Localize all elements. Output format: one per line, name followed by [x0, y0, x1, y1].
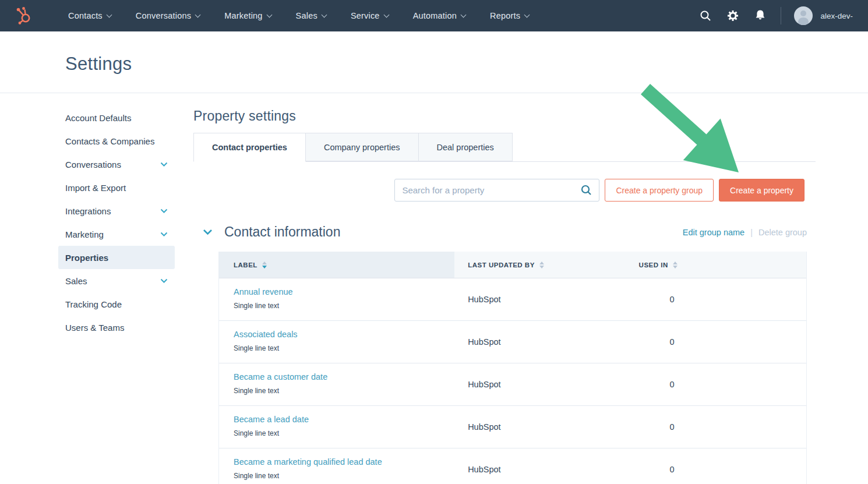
edit-group-name-link[interactable]: Edit group name [683, 228, 744, 237]
nav-item-label: Sales [296, 11, 317, 20]
username[interactable]: alex-dev- [820, 12, 853, 20]
chevron-down-icon [266, 12, 272, 18]
last-updated-by-cell: HubSpot [454, 321, 629, 363]
used-in-cell: 0 [629, 363, 806, 405]
nav-utilities: alex-dev- [684, 6, 868, 25]
main-content: Property settings Contact properties Com… [193, 93, 816, 484]
last-updated-by-cell: HubSpot [454, 406, 629, 448]
nav-item-label: Service [351, 11, 380, 20]
chevron-down-icon [461, 12, 467, 18]
table-header-row: LABEL LAST UPDATED BY USED IN [219, 252, 806, 278]
property-type: Single line text [234, 429, 454, 437]
chevron-down-icon[interactable] [203, 229, 213, 235]
nav-item-automation[interactable]: Automation [401, 0, 478, 31]
nav-item-sales[interactable]: Sales [284, 0, 338, 31]
chevron-down-icon [383, 12, 389, 18]
column-header-text: USED IN [639, 262, 668, 269]
property-label-cell: Became a lead date Single line text [219, 406, 454, 448]
table-row: Annual revenue Single line text HubSpot … [219, 278, 806, 321]
nav-divider [781, 7, 781, 24]
sidebar-item-contacts-companies[interactable]: Contacts & Companies [58, 129, 175, 153]
property-type: Single line text [234, 472, 454, 480]
nav-item-label: Reports [490, 11, 520, 20]
nav-item-label: Conversations [136, 11, 191, 20]
sidebar-item-integrations[interactable]: Integrations [58, 199, 175, 222]
group-header: Contact information Edit group name | De… [193, 224, 816, 240]
sidebar-item-marketing[interactable]: Marketing [58, 222, 175, 246]
sidebar-item-properties[interactable]: Properties [58, 246, 175, 269]
tab-contact-properties[interactable]: Contact properties [193, 133, 306, 162]
property-label-cell: Became a marketing qualified lead date S… [219, 448, 454, 484]
chevron-down-icon [160, 232, 168, 237]
table-row: Became a marketing qualified lead date S… [219, 448, 806, 484]
chevron-down-icon [160, 278, 168, 284]
settings-gear-icon[interactable] [726, 9, 739, 22]
sort-icon [539, 262, 544, 269]
hubspot-logo-icon[interactable] [15, 6, 33, 25]
chevron-down-icon [195, 12, 201, 18]
group-actions: Edit group name | Delete group [683, 228, 807, 237]
sidebar-item-label: Account Defaults [65, 113, 131, 123]
create-property-group-button[interactable]: Create a property group [605, 179, 714, 202]
used-in-cell: 0 [629, 321, 806, 363]
column-header-last-updated-by[interactable]: LAST UPDATED BY [454, 252, 629, 278]
property-link[interactable]: Annual revenue [234, 287, 293, 296]
table-row: Associated deals Single line text HubSpo… [219, 321, 806, 363]
sort-icon [673, 262, 678, 269]
search-icon[interactable] [581, 185, 592, 196]
sidebar-item-label: Sales [65, 276, 87, 286]
user-avatar[interactable] [794, 6, 813, 25]
primary-nav-menu: Contacts Conversations Marketing Sales S… [56, 0, 541, 31]
column-header-text: LAST UPDATED BY [468, 262, 535, 269]
column-header-text: LABEL [234, 262, 257, 269]
nav-item-reports[interactable]: Reports [478, 0, 541, 31]
property-link[interactable]: Became a lead date [234, 415, 309, 424]
group-title: Contact information [224, 224, 340, 240]
delete-group-link[interactable]: Delete group [758, 228, 807, 237]
nav-item-marketing[interactable]: Marketing [212, 0, 283, 31]
used-in-cell: 0 [629, 278, 806, 320]
property-search [394, 179, 599, 202]
chevron-down-icon [106, 12, 112, 18]
chevron-down-icon [160, 162, 168, 167]
nav-item-conversations[interactable]: Conversations [124, 0, 212, 31]
property-link[interactable]: Became a customer date [234, 372, 327, 381]
nav-item-service[interactable]: Service [338, 0, 401, 31]
create-property-button[interactable]: Create a property [719, 179, 805, 202]
used-in-cell: 0 [629, 406, 806, 448]
property-link[interactable]: Became a marketing qualified lead date [234, 457, 382, 467]
nav-item-label: Contacts [68, 11, 103, 20]
tab-deal-properties[interactable]: Deal properties [418, 133, 513, 161]
sidebar-item-label: Users & Teams [65, 323, 124, 333]
page-title: Settings [0, 31, 868, 75]
properties-table: LABEL LAST UPDATED BY USED IN Annual rev… [218, 252, 807, 484]
search-input[interactable] [402, 185, 581, 195]
properties-toolbar: Create a property group Create a propert… [193, 179, 805, 202]
settings-sidebar: Account Defaults Contacts & Companies Co… [58, 106, 175, 339]
sidebar-item-users-teams[interactable]: Users & Teams [58, 316, 175, 339]
used-in-cell: 0 [629, 448, 806, 484]
sidebar-item-conversations[interactable]: Conversations [58, 153, 175, 176]
sidebar-item-label: Contacts & Companies [65, 136, 154, 146]
sort-icon [262, 262, 267, 269]
sidebar-item-account-defaults[interactable]: Account Defaults [58, 106, 175, 129]
table-row: Became a customer date Single line text … [219, 363, 806, 406]
column-header-label[interactable]: LABEL [219, 252, 454, 278]
tab-company-properties[interactable]: Company properties [305, 133, 419, 161]
sidebar-item-label: Import & Export [65, 183, 126, 193]
last-updated-by-cell: HubSpot [454, 363, 629, 405]
property-label-cell: Annual revenue Single line text [219, 278, 454, 320]
sidebar-item-label: Properties [65, 253, 108, 263]
nav-item-contacts[interactable]: Contacts [56, 0, 124, 31]
sidebar-item-label: Tracking Code [65, 299, 122, 309]
sidebar-item-sales[interactable]: Sales [58, 269, 175, 292]
sidebar-item-import-export[interactable]: Import & Export [58, 176, 175, 199]
column-header-used-in[interactable]: USED IN [629, 252, 806, 278]
section-title: Property settings [193, 108, 816, 124]
notifications-bell-icon[interactable] [754, 9, 767, 22]
property-link[interactable]: Associated deals [234, 330, 298, 339]
property-tabs: Contact properties Company properties De… [193, 133, 816, 162]
search-icon[interactable] [699, 9, 712, 22]
sidebar-item-tracking-code[interactable]: Tracking Code [58, 292, 175, 316]
nav-item-label: Marketing [224, 11, 262, 20]
